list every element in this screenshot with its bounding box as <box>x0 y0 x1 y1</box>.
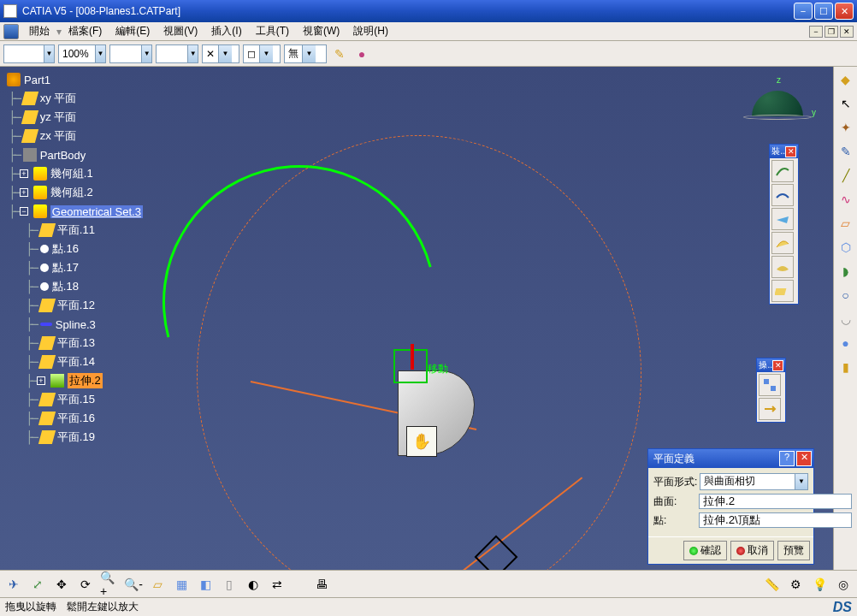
menu-file[interactable]: 檔案(F) <box>62 22 109 40</box>
combo-6[interactable]: ◻▼ <box>243 44 281 63</box>
iso-view-icon[interactable]: ◧ <box>195 574 216 595</box>
zoom-out-icon[interactable]: 🔍- <box>123 574 144 595</box>
catalog-icon[interactable]: ◎ <box>833 574 854 595</box>
menu-start[interactable]: 開始 <box>22 22 56 40</box>
wireframe-tool-icon[interactable]: ⬡ <box>836 238 855 257</box>
tree-node[interactable]: ├─平面.16 <box>3 409 143 428</box>
surface-tool-6[interactable] <box>771 280 794 302</box>
ok-button[interactable]: 確認 <box>683 541 727 560</box>
tree-root[interactable]: Part1 <box>3 70 143 89</box>
manipulator-icon[interactable] <box>393 349 428 383</box>
compass[interactable]: z y <box>739 74 816 151</box>
start-icon[interactable] <box>3 24 19 39</box>
chevron-down-icon[interactable]: ▼ <box>218 45 232 62</box>
plane-tool-icon[interactable]: ▱ <box>836 214 855 233</box>
surface-tool-5[interactable] <box>771 256 794 278</box>
line-tool-icon[interactable]: ╱ <box>836 166 855 185</box>
mdi-restore-button[interactable]: ❐ <box>824 26 838 38</box>
preview-button[interactable]: 預覽 <box>777 541 810 560</box>
menu-insert[interactable]: 插入(I) <box>204 22 248 40</box>
zoom-in-icon[interactable]: 🔍+ <box>99 574 120 595</box>
normal-view-icon[interactable]: ▱ <box>147 574 168 595</box>
tree-node[interactable]: ├─點.17 <box>3 258 143 277</box>
help-button[interactable]: ? <box>779 451 795 466</box>
cylinder-tool-icon[interactable]: ▮ <box>836 358 855 376</box>
chevron-down-icon[interactable]: ▼ <box>187 45 198 62</box>
expand-icon[interactable]: + <box>20 169 28 178</box>
sphere-tool-icon[interactable]: ● <box>836 334 855 352</box>
float-toolbar-2[interactable]: 操..✕ <box>756 358 786 423</box>
collapse-icon[interactable]: − <box>20 207 28 216</box>
mdi-close-button[interactable]: ✕ <box>840 26 854 38</box>
tree-node[interactable]: ├─−Geometrical Set.3 <box>3 202 143 221</box>
chevron-down-icon[interactable]: ▼ <box>44 45 54 62</box>
combo-5[interactable]: ✕▼ <box>202 44 239 63</box>
dialog-close-button[interactable]: ✕ <box>796 451 812 466</box>
fly-icon[interactable]: ✈ <box>3 574 24 595</box>
tree-node[interactable]: ├─+幾何組.2 <box>3 183 143 202</box>
point-input[interactable] <box>699 512 852 528</box>
transform-tool-1[interactable] <box>759 374 781 396</box>
plane-definition-dialog[interactable]: 平面定義 ? ✕ 平面形式: 與曲面相切 ▼ 曲面: 點: 確認 取消 預覽 <box>647 448 814 565</box>
edit-tool-icon[interactable]: ✎ <box>836 142 855 161</box>
none-combo[interactable]: 無▼ <box>284 44 327 63</box>
print-icon[interactable]: 🖶 <box>311 574 332 595</box>
rotate-icon[interactable]: ⟳ <box>75 574 96 595</box>
menu-window[interactable]: 視窗(W) <box>296 22 346 40</box>
expand-icon[interactable]: + <box>37 376 45 385</box>
combo-3[interactable]: ▼ <box>109 44 152 63</box>
tree-node[interactable]: ├─平面.14 <box>3 352 143 371</box>
menu-edit[interactable]: 編輯(E) <box>109 22 157 40</box>
brush-icon[interactable]: ✎ <box>330 44 349 63</box>
select-arrow-icon[interactable]: ↖ <box>836 94 855 113</box>
curve-tool-icon[interactable]: ∿ <box>836 190 855 209</box>
circle-tool-icon[interactable]: ○ <box>836 286 855 305</box>
workbench-icon[interactable]: ◆ <box>836 70 855 89</box>
arc-tool-icon[interactable]: ◡ <box>836 310 855 329</box>
tree-node[interactable]: ├─平面.13 <box>3 334 143 352</box>
cancel-button[interactable]: 取消 <box>730 541 774 560</box>
clash-icon[interactable]: ⚙ <box>785 574 806 595</box>
tree-node[interactable]: ├─平面.12 <box>3 296 143 315</box>
tree-node[interactable]: ├─點.18 <box>3 277 143 296</box>
swap-icon[interactable]: ⇄ <box>267 574 287 595</box>
pan-icon[interactable]: ✥ <box>51 574 72 595</box>
tree-node[interactable]: ├─xy 平面 <box>3 89 143 108</box>
tree-node[interactable]: ├─點.16 <box>3 240 143 258</box>
shading-icon[interactable]: ▯ <box>219 574 239 595</box>
tree-node[interactable]: ├─+幾何組.1 <box>3 164 143 183</box>
zoom-combo[interactable]: ▼ <box>58 44 106 63</box>
bulb-icon[interactable]: 💡 <box>809 574 830 595</box>
fit-all-icon[interactable]: ⤢ <box>27 574 48 595</box>
tree-node[interactable]: ├─PartBody <box>3 145 143 164</box>
float-toolbar-1[interactable]: 裝..✕ <box>769 144 799 305</box>
chevron-down-icon[interactable]: ▼ <box>141 45 151 62</box>
chevron-down-icon[interactable]: ▼ <box>302 45 316 62</box>
surface-input[interactable] <box>699 494 852 509</box>
surface-tool-2[interactable] <box>771 184 794 206</box>
tree-node[interactable]: ├─平面.19 <box>3 428 143 447</box>
spec-tree[interactable]: Part1 ├─xy 平面├─yz 平面├─zx 平面├─PartBody├─+… <box>3 70 143 447</box>
chevron-down-icon[interactable]: ▼ <box>95 45 105 62</box>
transform-tool-2[interactable] <box>759 398 781 420</box>
chevron-down-icon[interactable]: ▼ <box>259 45 273 62</box>
tree-node[interactable]: ├─zx 平面 <box>3 127 143 145</box>
combo-1[interactable]: ▼ <box>3 44 55 63</box>
tree-node[interactable]: ├─+拉伸.2 <box>3 371 143 390</box>
menu-tools[interactable]: 工具(T) <box>249 22 296 40</box>
tree-node[interactable]: ├─平面.11 <box>3 221 143 240</box>
palette-icon[interactable]: ● <box>352 44 371 63</box>
mdi-minimize-button[interactable]: − <box>809 26 823 38</box>
tree-node[interactable]: ├─Spline.3 <box>3 315 143 334</box>
surface-tool-3[interactable] <box>771 208 794 230</box>
hide-show-icon[interactable]: ◐ <box>243 574 263 595</box>
close-icon[interactable]: ✕ <box>772 360 783 371</box>
close-icon[interactable]: ✕ <box>785 146 796 157</box>
tree-node[interactable]: ├─yz 平面 <box>3 108 143 127</box>
point-tool-icon[interactable]: ✦ <box>836 118 855 137</box>
multi-view-icon[interactable]: ▦ <box>171 574 192 595</box>
tree-node[interactable]: ├─平面.15 <box>3 390 143 409</box>
menu-help[interactable]: 說明(H) <box>346 22 395 40</box>
close-button[interactable]: ✕ <box>835 3 854 20</box>
maximize-button[interactable]: ☐ <box>814 3 833 20</box>
